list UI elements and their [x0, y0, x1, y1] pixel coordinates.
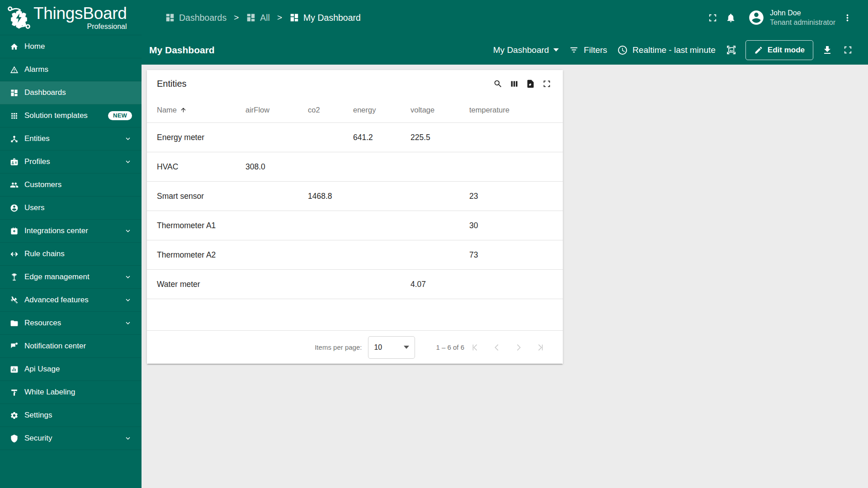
user-menu[interactable]: John Doe Tenant administrator: [748, 8, 835, 27]
account-circle-icon: [10, 204, 19, 212]
sidebar-item-dashboards[interactable]: Dashboards: [0, 81, 142, 104]
cell-temperature: 30: [469, 221, 563, 230]
notification-flag-icon: [10, 342, 19, 351]
chevron-down-icon: [404, 346, 409, 349]
breadcrumb-item-all[interactable]: All: [246, 13, 270, 23]
chevron-down-icon: [553, 48, 559, 52]
dashboard-select[interactable]: My Dashboard: [488, 40, 564, 60]
timewindow-button[interactable]: Realtime - last minute: [612, 40, 721, 60]
table-row[interactable]: Thermometer A2 73: [147, 240, 563, 270]
chevron-down-icon[interactable]: [124, 273, 132, 281]
sidebar-item-users[interactable]: Users: [0, 197, 142, 220]
sidebar-item-white-labeling[interactable]: White Labeling: [0, 381, 142, 404]
image-export-icon: [726, 44, 737, 56]
chevron-down-icon[interactable]: [124, 135, 132, 143]
cell-name: Water meter: [157, 280, 245, 289]
more-vert-icon[interactable]: [838, 9, 856, 27]
sidebar-item-label: Api Usage: [24, 365, 60, 374]
chevron-down-icon[interactable]: [124, 227, 132, 235]
column-header-voltage[interactable]: voltage: [410, 106, 469, 114]
filters-button[interactable]: Filters: [564, 40, 612, 60]
sidebar-item-home[interactable]: Home: [0, 35, 142, 58]
user-name: John Doe: [770, 8, 835, 18]
chevron-down-icon[interactable]: [124, 158, 132, 166]
table-row[interactable]: Energy meter 641.2 225.5: [147, 123, 563, 152]
table-empty-space: [147, 299, 563, 330]
widget-header: Entities: [147, 70, 563, 97]
download-button[interactable]: [817, 40, 838, 60]
sidebar-item-solution-templates[interactable]: Solution templates NEW: [0, 104, 142, 127]
avatar: [748, 9, 765, 26]
dashboard-fullscreen-button[interactable]: [838, 40, 858, 60]
column-header-airflow[interactable]: airFlow: [245, 106, 308, 114]
sidebar-item-integrations-center[interactable]: Integrations center: [0, 220, 142, 243]
file-export-icon[interactable]: [522, 75, 538, 92]
columns-icon[interactable]: [506, 75, 522, 92]
edge-antenna-icon: [10, 273, 19, 282]
edit-mode-button[interactable]: Edit mode: [745, 40, 813, 60]
search-icon[interactable]: [490, 75, 506, 92]
image-export-button[interactable]: [721, 40, 742, 60]
column-header-energy[interactable]: energy: [353, 106, 410, 114]
sidebar-item-advanced-features[interactable]: Advanced features: [0, 289, 142, 312]
sidebar-item-label: Dashboards: [24, 88, 66, 97]
sidebar-item-profiles[interactable]: Profiles: [0, 150, 142, 174]
column-header-name[interactable]: Name: [157, 106, 245, 114]
brand-edition: Professional: [87, 23, 127, 30]
integrations-icon: [10, 227, 19, 235]
bell-icon[interactable]: [722, 9, 740, 27]
first-page-icon[interactable]: [464, 338, 486, 357]
column-header-label: Name: [157, 106, 177, 114]
entities-hub-icon: [10, 135, 19, 143]
last-page-icon[interactable]: [529, 338, 551, 357]
brand-name: ThingsBoard: [33, 5, 127, 22]
sidebar-item-label: Rule chains: [24, 249, 65, 258]
fullscreen-icon[interactable]: [703, 9, 722, 27]
page-size-select[interactable]: 10: [368, 336, 415, 359]
sidebar-item-security[interactable]: Security: [0, 427, 142, 450]
filter-icon: [569, 45, 579, 55]
table-row[interactable]: Smart sensor 1468.8 23: [147, 182, 563, 211]
gear-icon: [10, 411, 19, 420]
edit-mode-label: Edit mode: [768, 46, 805, 55]
sidebar-item-api-usage[interactable]: Api Usage: [0, 358, 142, 381]
badge-icon: [10, 158, 19, 166]
chevron-down-icon[interactable]: [124, 319, 132, 327]
shield-icon: [10, 434, 19, 443]
brand-logo[interactable]: ThingsBoard Professional: [0, 0, 142, 35]
sidebar-item-label: Profiles: [24, 157, 50, 166]
cell-name: Thermometer A1: [157, 221, 245, 230]
cell-co2: 1468.8: [308, 192, 353, 201]
page-title: My Dashboard: [149, 45, 215, 56]
sidebar-item-alarms[interactable]: Alarms: [0, 58, 142, 81]
table-row[interactable]: HVAC 308.0: [147, 152, 563, 182]
dashboard-toolbar: My Dashboard My Dashboard Filters Realti…: [142, 35, 868, 65]
chevron-down-icon[interactable]: [124, 296, 132, 304]
sidebar-item-label: Settings: [24, 411, 52, 420]
sidebar-item-settings[interactable]: Settings: [0, 404, 142, 427]
previous-page-icon[interactable]: [486, 338, 508, 357]
sidebar-item-customers[interactable]: Customers: [0, 174, 142, 197]
sidebar-item-notification-center[interactable]: Notification center: [0, 335, 142, 358]
breadcrumb-item-dashboards[interactable]: Dashboards: [165, 13, 226, 23]
column-header-co2[interactable]: co2: [308, 106, 353, 114]
next-page-icon[interactable]: [508, 338, 529, 357]
filters-label: Filters: [584, 45, 607, 55]
sidebar-item-entities[interactable]: Entities: [0, 127, 142, 150]
cell-name: Thermometer A2: [157, 250, 245, 260]
column-header-temperature[interactable]: temperature: [469, 106, 563, 114]
breadcrumb: Dashboards > All > My Dashboard: [165, 13, 361, 23]
cell-energy: 641.2: [353, 133, 410, 142]
fullscreen-icon[interactable]: [538, 75, 555, 92]
table-row[interactable]: Water meter 4.07: [147, 270, 563, 299]
chevron-down-icon[interactable]: [124, 434, 132, 442]
sidebar-item-label: Resources: [24, 319, 61, 328]
sidebar-item-resources[interactable]: Resources: [0, 312, 142, 335]
cell-voltage: 4.07: [410, 280, 469, 289]
sidebar-item-rule-chains[interactable]: Rule chains: [0, 243, 142, 266]
sidebar-item-edge-management[interactable]: Edge management: [0, 266, 142, 289]
entities-table-widget: Entities: [147, 70, 563, 364]
breadcrumb-item-my-dashboard[interactable]: My Dashboard: [289, 13, 361, 23]
dashboards-icon: [289, 13, 299, 23]
table-row[interactable]: Thermometer A1 30: [147, 211, 563, 240]
